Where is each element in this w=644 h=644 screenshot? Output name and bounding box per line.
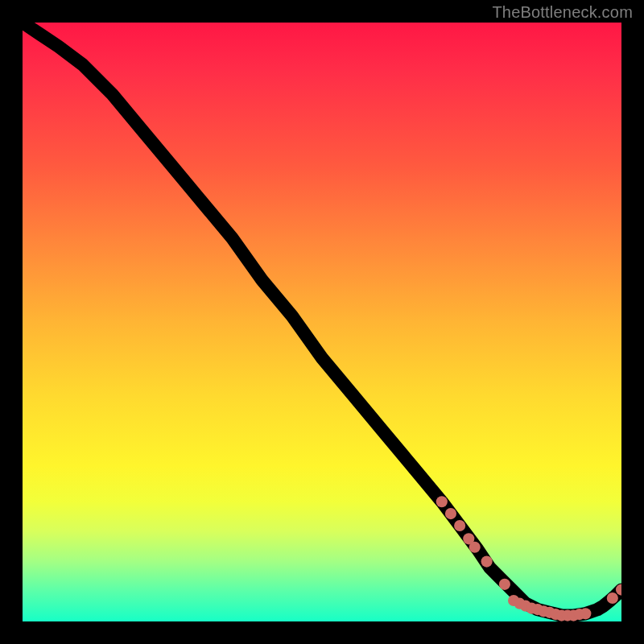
data-marker: [469, 542, 481, 553]
data-marker: [436, 496, 448, 507]
data-marker: [499, 579, 510, 590]
chart-stage: TheBottleneck.com: [0, 0, 644, 644]
watermark-text: TheBottleneck.com: [492, 3, 633, 22]
data-marker: [454, 520, 465, 531]
marker-layer: [436, 496, 621, 621]
data-marker: [580, 608, 591, 619]
data-marker: [481, 556, 493, 568]
data-marker: [607, 592, 618, 604]
plot-area: [23, 23, 621, 621]
curve-line: [23, 23, 621, 616]
chart-svg: [23, 23, 621, 621]
data-marker: [445, 508, 456, 519]
